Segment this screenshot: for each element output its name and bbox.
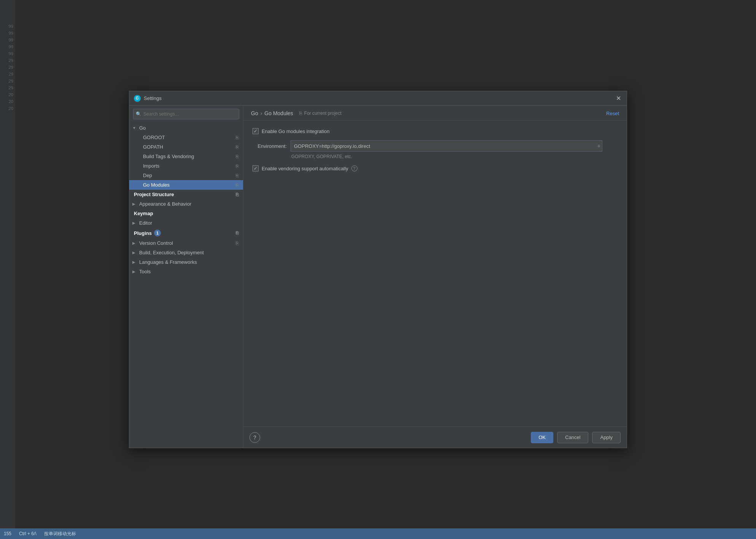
help-button[interactable]: ? <box>249 432 260 443</box>
env-input[interactable] <box>291 140 602 152</box>
sidebar-item-label: Version Control <box>139 240 173 246</box>
enable-modules-row: Enable Go modules integration <box>253 128 618 134</box>
enable-modules-label: Enable Go modules integration <box>262 128 330 134</box>
search-icon: 🔍 <box>136 111 141 117</box>
sidebar-item-label: Languages & Frameworks <box>139 259 197 265</box>
plugins-badge: 1 <box>154 230 161 236</box>
env-input-wrap: ≡ <box>291 140 602 152</box>
status-shortcut: Ctrl + 6/\ <box>19 531 37 536</box>
sidebar-item-languages[interactable]: ▶ Languages & Frameworks <box>129 257 243 267</box>
vendoring-checkbox[interactable] <box>253 165 259 171</box>
status-bar: 155 Ctrl + 6/\ 按单词移动光标 <box>0 528 756 539</box>
vendoring-label: Enable vendoring support automatically <box>262 166 348 171</box>
cancel-button[interactable]: Cancel <box>557 432 588 443</box>
app-icon: G <box>134 95 141 102</box>
main-content: Go › Go Modules ⎘ For current project Re… <box>243 106 627 448</box>
search-input[interactable] <box>133 109 239 119</box>
help-icon[interactable]: ? <box>351 165 357 171</box>
sidebar-item-gopath[interactable]: GOPATH ⎘ <box>129 142 243 152</box>
sidebar-item-label: Editor <box>139 220 152 226</box>
sidebar-item-label: Project Structure <box>134 192 174 197</box>
sidebar-item-version-control[interactable]: ▶ Version Control ⎘ <box>129 238 243 248</box>
sidebar-item-label: Go <box>139 125 146 131</box>
copy-icon: ⎘ <box>236 154 238 159</box>
sidebar-item-tools[interactable]: ▶ Tools <box>129 267 243 276</box>
title-bar: G Settings ✕ <box>129 91 627 106</box>
chevron-right-icon: ▶ <box>132 260 137 264</box>
sidebar-item-label: Tools <box>139 269 151 274</box>
vendoring-row: Enable vendoring support automatically ? <box>253 165 618 171</box>
sidebar-item-label: Appearance & Behavior <box>139 201 191 207</box>
apply-button[interactable]: Apply <box>592 432 621 443</box>
dialog-overlay: G Settings ✕ 🔍 ▼ Go <box>0 0 756 539</box>
sidebar-item-label: Build, Execution, Deployment <box>139 250 204 255</box>
breadcrumb-separator: › <box>260 110 262 116</box>
sidebar-item-appearance[interactable]: ▶ Appearance & Behavior <box>129 199 243 209</box>
sidebar-item-project-structure[interactable]: Project Structure ⎘ <box>129 190 243 199</box>
chevron-right-icon: ▶ <box>132 241 137 245</box>
copy-icon: ⎘ <box>236 230 238 236</box>
reset-link[interactable]: Reset <box>606 111 619 116</box>
sidebar-item-build-exec[interactable]: ▶ Build, Execution, Deployment <box>129 248 243 257</box>
project-label-text: For current project <box>304 111 341 116</box>
project-label: ⎘ For current project <box>299 111 341 116</box>
sidebar-item-editor[interactable]: ▶ Editor <box>129 218 243 228</box>
sidebar-item-go[interactable]: ▼ Go <box>129 123 243 133</box>
copy-icon: ⎘ <box>236 144 238 150</box>
sidebar-item-label: Build Tags & Vendoring <box>143 154 194 159</box>
breadcrumb: Go › Go Modules <box>251 110 293 116</box>
content-header: Go › Go Modules ⎘ For current project Re… <box>243 106 627 120</box>
sidebar-item-label: Imports <box>143 163 159 169</box>
env-hint: GOPROXY, GOPRIVATE, etc. <box>291 154 618 159</box>
copy-icon: ⎘ <box>236 135 238 140</box>
copy-icon: ⎘ <box>236 192 238 197</box>
sidebar-item-dep[interactable]: Dep ⎘ <box>129 171 243 180</box>
sidebar-item-keymap[interactable]: Keymap <box>129 209 243 218</box>
settings-dialog: G Settings ✕ 🔍 ▼ Go <box>129 91 627 448</box>
dialog-body: 🔍 ▼ Go GOROOT ⎘ GOPATH <box>129 106 627 448</box>
dialog-footer: ? OK Cancel Apply <box>243 426 627 448</box>
environment-row: Environment: ≡ <box>253 140 618 152</box>
clipboard-icon: ⎘ <box>299 111 302 116</box>
sidebar-item-label: Plugins <box>134 230 152 236</box>
chevron-right-icon: ▶ <box>132 202 137 206</box>
chevron-down-icon: ▼ <box>132 126 137 130</box>
copy-icon: ⎘ <box>236 163 238 169</box>
copy-icon: ⎘ <box>236 173 238 178</box>
copy-icon: ⎘ <box>236 241 238 246</box>
sidebar-item-label: GOROOT <box>143 135 165 140</box>
ok-button[interactable]: OK <box>531 432 553 443</box>
sidebar-item-plugins[interactable]: Plugins 1 ⎘ <box>129 228 243 238</box>
chevron-right-icon: ▶ <box>132 270 137 274</box>
vendoring-checkbox-wrap[interactable]: Enable vendoring support automatically <box>253 165 348 171</box>
status-line-col: 155 <box>4 531 11 536</box>
copy-icon: ⎘ <box>236 182 238 188</box>
nav-section: ▼ Go GOROOT ⎘ GOPATH ⎘ Build Tags & Vend… <box>129 122 243 277</box>
sidebar-item-label: Keymap <box>134 211 153 216</box>
status-hint: 按单词移动光标 <box>44 531 76 537</box>
search-box: 🔍 <box>133 109 239 119</box>
enable-modules-checkbox[interactable] <box>253 128 259 134</box>
sidebar-item-goroot[interactable]: GOROOT ⎘ <box>129 133 243 142</box>
content-body: Enable Go modules integration Environmen… <box>243 120 627 426</box>
sidebar-item-imports[interactable]: Imports ⎘ <box>129 161 243 171</box>
breadcrumb-root: Go <box>251 110 258 116</box>
env-input-icon: ≡ <box>597 143 600 149</box>
chevron-right-icon: ▶ <box>132 221 137 225</box>
sidebar-item-label: Go Modules <box>143 182 170 188</box>
footer-left: ? <box>249 432 260 443</box>
close-button[interactable]: ✕ <box>615 95 622 102</box>
settings-sidebar: 🔍 ▼ Go GOROOT ⎘ GOPATH <box>129 106 243 448</box>
chevron-right-icon: ▶ <box>132 250 137 255</box>
breadcrumb-current: Go Modules <box>264 110 293 116</box>
enable-modules-checkbox-wrap[interactable]: Enable Go modules integration <box>253 128 330 134</box>
footer-right: OK Cancel Apply <box>531 432 621 443</box>
sidebar-item-label: Dep <box>143 173 152 178</box>
sidebar-item-go-modules[interactable]: Go Modules ⎘ <box>129 180 243 190</box>
sidebar-item-label: GOPATH <box>143 144 163 150</box>
dialog-title: Settings <box>144 95 615 101</box>
sidebar-item-build-tags[interactable]: Build Tags & Vendoring ⎘ <box>129 152 243 161</box>
env-label: Environment: <box>253 143 287 149</box>
